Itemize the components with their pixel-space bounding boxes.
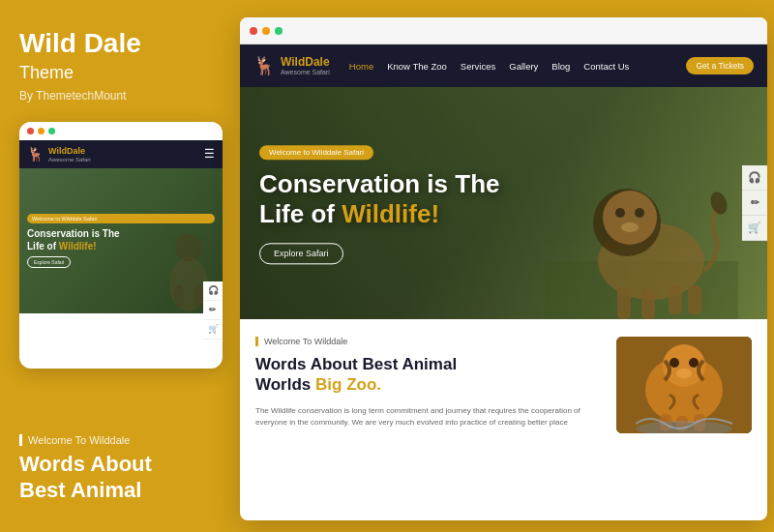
desktop-hero-title: Conservation is The Life of Wildlife! [259, 169, 500, 229]
svg-rect-9 [641, 288, 655, 319]
svg-point-12 [615, 208, 625, 218]
desktop-content-section: Welcome To Wilddale Words About Best Ani… [240, 319, 767, 451]
dot-green [48, 128, 55, 134]
svg-point-20 [689, 358, 699, 368]
browser-dot-red [250, 27, 257, 35]
mobile-cart-icon[interactable]: 🛒 [203, 320, 223, 340]
svg-point-15 [707, 190, 729, 217]
mobile-nav: 🦌 WildDale Awesome Safari ☰ [19, 140, 223, 168]
mobile-logo-bold: Wild [48, 146, 67, 156]
svg-point-7 [603, 191, 657, 245]
desktop-hero-content: Welcome to Wilddale Safari Conservation … [259, 141, 500, 264]
desktop-logo: 🦌 WildDale Awesome Safari [253, 55, 330, 76]
mobile-logo: 🦌 WildDale Awesome Safari [27, 146, 91, 163]
svg-rect-10 [669, 285, 682, 314]
desktop-logo-dale: Dale [305, 55, 329, 69]
nav-link-services[interactable]: Services [461, 61, 495, 72]
mobile-browser-dots [19, 122, 223, 140]
desktop-welcome-small: Welcome To Wilddale [255, 337, 601, 346]
desktop-content-description: The Wildlife conservation is long term c… [255, 405, 601, 430]
mobile-logo-dale: Dale [67, 146, 85, 156]
desktop-hero: Welcome to Wilddale Safari Conservation … [240, 87, 767, 319]
title-dale: Dale [84, 28, 141, 58]
mobile-logo-icon: 🦌 [27, 146, 44, 162]
svg-point-3 [194, 284, 203, 308]
hamburger-icon[interactable]: ☰ [204, 147, 215, 161]
mobile-title-highlight: Wildlife! [59, 241, 97, 251]
title-wild: Wild [19, 28, 84, 58]
desktop-title-line2: Life of [259, 200, 342, 229]
mobile-preview-card: 🦌 WildDale Awesome Safari ☰ Welcome to W… [19, 122, 223, 369]
desktop-logo-text-block: WildDale Awesome Safari [281, 56, 330, 75]
svg-point-13 [635, 208, 644, 218]
left-welcome-label: Welcome To Wilddale [19, 434, 208, 446]
svg-rect-11 [688, 285, 701, 314]
svg-point-2 [174, 284, 184, 308]
nav-link-contact[interactable]: Contact Us [583, 61, 629, 72]
app-title: Wild Dale Theme By ThemetechMount [19, 29, 208, 122]
mobile-hero-title: Conservation is The Life of Wildlife! [27, 227, 215, 252]
svg-point-21 [676, 369, 692, 378]
mobile-pencil-icon[interactable]: ✏ [203, 301, 223, 320]
left-panel: Wild Dale Theme By ThemetechMount 🦌 Wild… [0, 0, 227, 532]
browser-dot-yellow [262, 27, 270, 35]
desktop-explore-button[interactable]: Explore Safari [259, 244, 343, 265]
desktop-headphone-icon[interactable]: 🎧 [742, 165, 767, 191]
desktop-pencil-icon[interactable]: ✏ [742, 191, 767, 216]
tiger-image [616, 337, 752, 433]
desktop-title-line1: Conservation is The [259, 169, 500, 198]
tiger-visual-bg [616, 337, 752, 433]
left-bottom-section: Welcome To Wilddale Words AboutBest Anim… [19, 425, 208, 503]
lion-svg [545, 126, 738, 319]
nav-link-home[interactable]: Home [349, 61, 373, 72]
desktop-content-left: Welcome To Wilddale Words About Best Ani… [255, 337, 601, 433]
desktop-title-highlight: Wildlife! [342, 200, 439, 229]
desktop-preview-panel: 🦌 WildDale Awesome Safari Home Know The … [240, 17, 767, 520]
desktop-side-icons: 🎧 ✏ 🛒 [742, 165, 767, 241]
nav-link-gallery[interactable]: Gallery [509, 61, 538, 72]
svg-point-0 [169, 257, 208, 311]
svg-rect-8 [617, 288, 631, 319]
browser-dot-green [275, 27, 283, 35]
ticket-button[interactable]: Get a Tickets [686, 57, 754, 74]
desktop-logo-wild: Wild [281, 55, 305, 69]
tiger-svg [616, 337, 752, 433]
mobile-side-icons: 🎧 ✏ 🛒 [203, 281, 223, 340]
desktop-nav-links: Home Know The Zoo Services Gallery Blog … [349, 61, 687, 72]
mobile-welcome-badge: Welcome to Wilddale Safari [27, 214, 215, 223]
desktop-cart-icon[interactable]: 🛒 [742, 216, 767, 241]
mobile-hero: Welcome to Wilddale Safari Conservation … [19, 168, 223, 313]
nav-link-blog[interactable]: Blog [551, 61, 570, 72]
desktop-logo-icon: 🦌 [253, 55, 275, 76]
mobile-title-line1: Conservation is The [27, 228, 120, 239]
nav-link-zoo[interactable]: Know The Zoo [387, 61, 447, 72]
svg-point-19 [670, 358, 679, 368]
desktop-logo-sub: Awesome Safari [281, 69, 330, 75]
dot-red [27, 128, 34, 134]
desktop-title-zoo-highlight: Big Zoo. [315, 375, 381, 394]
author-label: By ThemetechMount [19, 89, 208, 103]
dot-yellow [38, 128, 45, 134]
theme-label: Theme [19, 63, 208, 83]
mobile-headphone-icon[interactable]: 🎧 [203, 281, 223, 301]
desktop-nav: 🦌 WildDale Awesome Safari Home Know The … [240, 44, 767, 87]
mobile-title-line2: Life of [27, 241, 59, 251]
svg-point-14 [621, 222, 639, 232]
desktop-welcome-badge: Welcome to Wilddale Safari [259, 145, 373, 160]
mobile-logo-sub: Awesome Safari [48, 157, 91, 163]
desktop-content-title: Words About Best AnimalWorlds Big Zoo. [255, 354, 601, 396]
left-bottom-title: Words AboutBest Animal [19, 452, 208, 503]
browser-chrome [240, 17, 767, 44]
mobile-explore-button[interactable]: Explore Safari [27, 256, 71, 268]
mobile-logo-text-block: WildDale Awesome Safari [48, 146, 91, 163]
